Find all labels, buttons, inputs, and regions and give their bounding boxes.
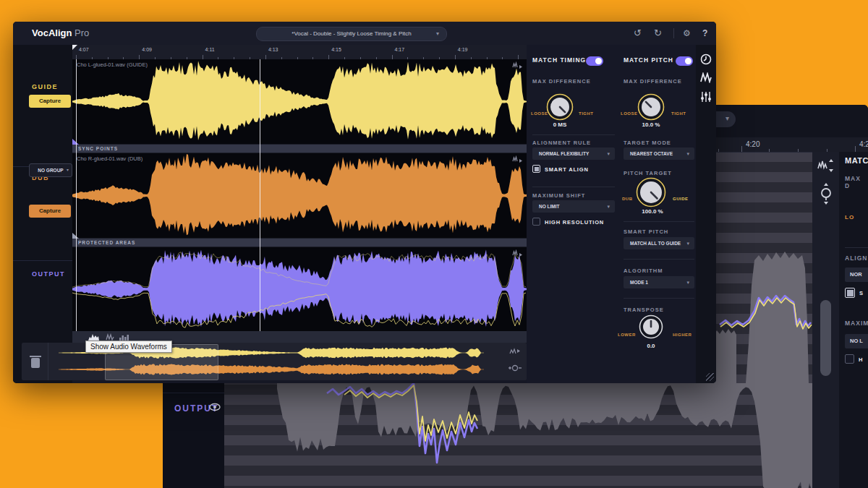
track-zoom-icon[interactable] [512,155,523,163]
divider [624,221,694,222]
preset-selector[interactable]: *Vocal - Double - Slightly Loose Timing … [256,27,447,41]
bg-tool-rail [812,152,839,488]
vertical-zoom-icon[interactable] [817,158,835,174]
brand-suffix: Pro [72,27,89,38]
ruler-tick-label: 4:11 [205,47,215,52]
algorithm-dropdown[interactable]: MODE 1▾ [624,276,694,288]
ruler-tick [798,149,799,152]
chevron-down-icon: ▾ [686,276,689,288]
ruler-tick-label: 4:17 [395,47,405,52]
high-resolution-label: HIGH RESOLUTION [545,219,604,226]
playback-start-flag[interactable] [72,45,77,50]
track-zoom-icon[interactable] [512,249,523,257]
clock-icon[interactable] [700,53,712,65]
algorithm-value: MODE 1 [630,280,648,285]
timeline-ruler[interactable]: 4:074:094:114:134:154:174:19 [72,45,527,60]
pitch-target-label: PITCH TARGET [624,170,672,176]
match-timing-toggle[interactable] [586,56,603,66]
guide-file-label: Cho L-glued-01.wav (GUIDE) [77,61,148,68]
match-timing-label: MATCH TIMING [532,56,586,64]
dub-label: DUB [622,197,633,201]
sidebar: GUIDE Capture DUB NO GROUP▾ Capture OUTP… [13,45,72,383]
bg-smart-align-checkbox[interactable] [845,288,855,298]
divider [532,187,615,187]
guide-track[interactable]: Cho L-glued-01.wav (GUIDE) [72,59,527,144]
ruler-tick-label: 4:20 [746,140,760,148]
bg-alignment-dropdown[interactable]: NOR [845,267,868,282]
bg-scrollbar[interactable] [820,300,831,376]
vocalign-window: VocAlign Pro *Vocal - Double - Slightly … [13,22,716,383]
timing-max-difference-knob[interactable] [545,93,574,124]
ruler-tick [741,146,742,152]
edit-start-marker[interactable] [76,59,77,331]
bg-max-shift-dropdown[interactable]: NO L [845,334,868,348]
guide-capture-button[interactable]: Capture [29,95,71,108]
chevron-down-icon: ▾ [436,27,439,40]
trash-icon[interactable] [27,352,43,371]
match-pitch-label: MATCH PITCH [624,56,673,64]
tight-label: TIGHT [579,111,594,116]
ruler-tick-label: 4:13 [268,47,278,52]
target-mode-dropdown[interactable]: NEAREST OCTAVE▾ [624,147,694,160]
playhead[interactable] [260,59,260,331]
divider [845,247,868,248]
bg-alignment-label: ALIGN [845,254,867,262]
chevron-down-icon: ▾ [686,147,689,160]
bg-high-res-checkbox[interactable] [845,354,854,364]
higher-label: HIGHER [673,333,692,337]
brand-name: VocAlign [32,27,72,38]
dub-capture-button[interactable]: Capture [29,205,71,218]
bg-smart-align-label: S [859,290,864,296]
dub-group-dropdown[interactable]: NO GROUP▾ [29,163,72,177]
ruler-tick-label: 4:15 [331,47,341,52]
ruler-tick-label: 4:09 [142,47,152,52]
eye-icon[interactable] [209,403,221,411]
smart-align-label: SMART ALIGN [545,166,589,173]
pitch-target-value: 100.0 % [629,208,676,215]
overview-zoom-icon[interactable] [508,363,522,373]
preset-name: *Vocal - Double - Slightly Loose Timing … [292,30,411,37]
output-section-label: OUTPUT [32,270,65,278]
timing-value: 0 MS [538,121,582,128]
track-area: 4:074:094:114:134:154:174:19 Cho L-glued… [72,45,527,343]
match-pitch-toggle[interactable] [676,56,693,66]
track-zoom-icon[interactable] [512,61,523,69]
output-track[interactable] [72,247,527,331]
titlebar: VocAlign Pro *Vocal - Double - Slightly … [13,22,716,46]
smart-pitch-label: SMART PITCH [624,228,668,235]
maximum-shift-value: NO LIMIT [539,204,560,209]
smart-align-checkbox[interactable] [532,165,540,173]
divider [13,260,72,261]
algorithm-label: ALGORITHM [624,267,663,274]
overview-follow-icon[interactable] [509,347,521,355]
dub-group-value: NO GROUP [38,168,63,173]
pitch-target-knob[interactable] [635,176,667,211]
smart-pitch-dropdown[interactable]: MATCH ALL TO GUIDE▾ [624,237,694,249]
alignment-rule-dropdown[interactable]: NORMAL FLEXIBILITY▾ [532,147,615,160]
protected-areas-bar[interactable]: PROTECTED AREAS [72,238,527,247]
bg-high-res-label: H [859,356,863,363]
dub-track[interactable]: Cho R-glued-01.wav (DUB) [72,153,527,238]
guide-section-label: GUIDE [32,83,58,90]
loose-label: LOOSE [531,111,548,116]
pitch-max-difference-knob[interactable] [637,93,665,124]
bg-settings-panel: MATC MAX D LO ALIGN NOR S MAXIM NO L H [839,152,868,488]
gear-icon[interactable]: ⚙ [683,22,691,45]
transpose-knob[interactable] [638,314,664,343]
zoom-magnifier-icon[interactable] [817,181,835,207]
maximum-shift-label: MAXIMUM SHIFT [532,192,585,199]
high-resolution-checkbox[interactable] [532,218,540,226]
sync-points-bar[interactable]: SYNC POINTS [72,144,527,153]
pitch-diff-value: 10.0 % [629,121,673,128]
bg-loose-label: LO [845,214,854,221]
undo-icon[interactable]: ↺ [634,22,642,45]
sliders-icon[interactable] [700,91,712,103]
maximum-shift-dropdown[interactable]: NO LIMIT▾ [532,200,615,213]
chevron-down-icon: ▾ [607,147,610,160]
max-difference-label: MAX DIFFERENCE [624,78,682,85]
help-icon[interactable]: ? [702,22,707,45]
target-mode-value: NEAREST OCTAVE [630,151,673,156]
redo-icon[interactable]: ↻ [654,22,662,45]
resize-handle[interactable] [706,373,714,381]
pitch-wave-icon[interactable] [700,72,712,83]
